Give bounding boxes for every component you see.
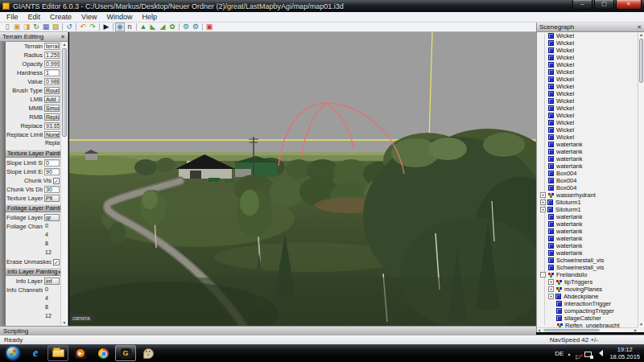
scroll-down-icon[interactable]: ▼ — [638, 322, 644, 327]
dropdown[interactable]: gr — [44, 214, 60, 221]
scenegraph-node[interactable]: watertank — [537, 162, 638, 170]
save-icon[interactable]: ▦ — [41, 23, 51, 31]
import-file-icon[interactable]: ◨ — [22, 23, 31, 31]
scroll-down-icon[interactable]: ▼ — [61, 320, 68, 326]
giants-editor-icon[interactable]: G — [115, 345, 136, 361]
scenegraph-node[interactable]: Box004 — [537, 184, 638, 191]
internet-explorer-icon[interactable]: e — [25, 345, 46, 361]
action-center-flag-icon[interactable] — [574, 349, 580, 357]
scenegraph-node[interactable]: watertank — [537, 228, 638, 235]
tree-expander-icon[interactable]: + — [548, 294, 554, 299]
terrain-panel-scrollbar[interactable]: ▲ ▼ — [60, 42, 68, 326]
terrain-sculpt-icon[interactable]: ▲ — [138, 23, 148, 31]
scenegraph-node[interactable]: -Freilandsilo — [537, 271, 638, 278]
input-field[interactable]: 1.259 — [44, 51, 60, 59]
input-field[interactable]: 90 — [44, 168, 60, 175]
scenegraph-node[interactable]: Schweinestall_vis — [537, 264, 638, 271]
menu-item-help[interactable]: Help — [137, 13, 162, 21]
scenegraph-node[interactable]: Wickel — [537, 83, 638, 90]
scripting-panel-header[interactable]: Scripting — [0, 326, 536, 335]
scenegraph-node[interactable]: Schweinestall_vis — [537, 257, 638, 264]
scenegraph-hscrollbar[interactable]: ◀ ▶ — [537, 327, 638, 332]
menu-item-create[interactable]: Create — [45, 13, 76, 21]
menu-item-view[interactable]: View — [76, 13, 101, 21]
menu-item-file[interactable]: File — [2, 13, 23, 21]
dropdown[interactable]: Smoo — [44, 105, 60, 112]
scenegraph-node[interactable]: Wickel — [537, 47, 638, 54]
scenegraph-node[interactable]: Reifen_ungebraucht — [537, 322, 638, 327]
scenegraph-node[interactable]: watertank — [537, 141, 638, 148]
export-icon[interactable]: ▧ — [51, 23, 60, 31]
scenegraph-node[interactable]: Wickel — [537, 126, 638, 134]
chrome-icon[interactable] — [93, 345, 114, 361]
scenegraph-node[interactable]: watertank — [537, 220, 638, 228]
input-field[interactable]: 1 — [44, 69, 60, 76]
scroll-up-icon[interactable]: ▲ — [638, 32, 644, 38]
scenegraph-node[interactable]: watertank — [537, 249, 638, 257]
dropdown[interactable]: Pfl — [44, 195, 60, 202]
redo-icon[interactable]: ↷ — [88, 23, 97, 31]
scroll-right-icon[interactable]: ▶ — [634, 328, 637, 333]
terrain-smooth-icon[interactable]: ◢ — [158, 23, 167, 31]
scenegraph-node[interactable]: Wickel — [537, 119, 638, 126]
refresh-icon[interactable]: ↻ — [31, 23, 41, 31]
scenegraph-node[interactable]: Wickel — [537, 76, 638, 83]
world-settings-icon[interactable]: ⚙ — [181, 23, 191, 31]
scroll-thumb[interactable] — [543, 329, 600, 331]
terrain-lower-icon[interactable]: ◣ — [148, 23, 158, 31]
start-button[interactable] — [2, 345, 23, 361]
section-header[interactable]: Info Layer Painting▼ — [6, 267, 60, 276]
scroll-left-icon[interactable]: ◀ — [538, 328, 540, 333]
language-indicator[interactable]: DE — [555, 350, 564, 357]
open-file-icon[interactable]: ▣ — [12, 23, 22, 31]
tree-expander-icon[interactable]: + — [548, 286, 554, 292]
close-button[interactable]: ✕ — [616, 0, 642, 10]
scenegraph-node[interactable]: +movingPlanes — [537, 286, 638, 293]
dropdown[interactable]: inf — [44, 278, 60, 285]
scenegraph-node[interactable]: +tipTriggers — [537, 278, 638, 286]
panel-close-icon[interactable]: ✕ — [637, 24, 642, 31]
scroll-thumb[interactable] — [639, 39, 643, 83]
clock[interactable]: 19:12 18.05.2015 — [609, 346, 640, 360]
scenegraph-node[interactable]: Wickel — [537, 90, 638, 97]
play-icon[interactable]: ▶ — [101, 23, 111, 31]
error-log-icon[interactable]: ▣ — [204, 23, 214, 31]
menu-item-window[interactable]: Window — [101, 13, 137, 21]
scenegraph-node[interactable]: Wickel — [537, 61, 638, 68]
scenegraph-node[interactable]: silageCatcher — [537, 315, 638, 322]
scenegraph-node[interactable]: watertank — [537, 242, 638, 249]
dropdown[interactable]: Repla — [44, 113, 60, 121]
tree-expander-icon[interactable]: + — [540, 200, 546, 205]
windows-explorer-icon[interactable] — [47, 345, 68, 361]
tree-expander-icon[interactable]: + — [540, 192, 546, 198]
minimize-button[interactable]: – — [572, 0, 592, 10]
network-icon[interactable] — [584, 352, 592, 357]
history-icon[interactable]: ↺ — [64, 23, 74, 31]
scenegraph-node[interactable]: Wickel — [537, 68, 638, 76]
input-field[interactable]: 0 — [44, 159, 60, 167]
terrain-panel-header[interactable]: Terrain Editing ✕ — [0, 32, 68, 42]
tree-expander-icon[interactable]: - — [540, 272, 546, 278]
tree-expander-icon[interactable]: + — [540, 207, 546, 212]
show-hidden-icons-icon[interactable]: ▴ — [568, 351, 570, 356]
scenegraph-node[interactable]: +Siloturm1 — [537, 206, 638, 213]
volume-icon[interactable] — [596, 350, 603, 356]
scenegraph-node[interactable]: interactionTrigger — [537, 300, 638, 307]
menu-item-edit[interactable]: Edit — [23, 13, 46, 21]
scenegraph-node[interactable]: Box004 — [537, 170, 638, 177]
scenegraph-node[interactable]: Wickel — [537, 32, 638, 39]
scenegraph-node[interactable]: Box004 — [537, 177, 638, 184]
input-field[interactable]: 0.999 — [44, 60, 60, 68]
scenegraph-node[interactable]: +wasserhydrant — [537, 191, 638, 199]
dropdown[interactable]: Roun — [44, 87, 60, 94]
maximize-button[interactable]: ▢ — [594, 0, 614, 10]
scenegraph-node[interactable]: Wickel — [537, 54, 638, 61]
scroll-thumb[interactable] — [62, 48, 67, 137]
render-settings-icon[interactable]: ⚙ — [191, 23, 200, 31]
scenegraph-node[interactable]: Wickel — [537, 39, 638, 47]
scenegraph-node[interactable]: Wickel — [537, 105, 638, 112]
scenegraph-node[interactable]: watertank — [537, 148, 638, 155]
viewport-3d[interactable]: camera — [69, 32, 536, 326]
tree-expander-icon[interactable]: + — [548, 279, 554, 285]
viewport-3d-scene[interactable]: camera — [69, 32, 536, 326]
